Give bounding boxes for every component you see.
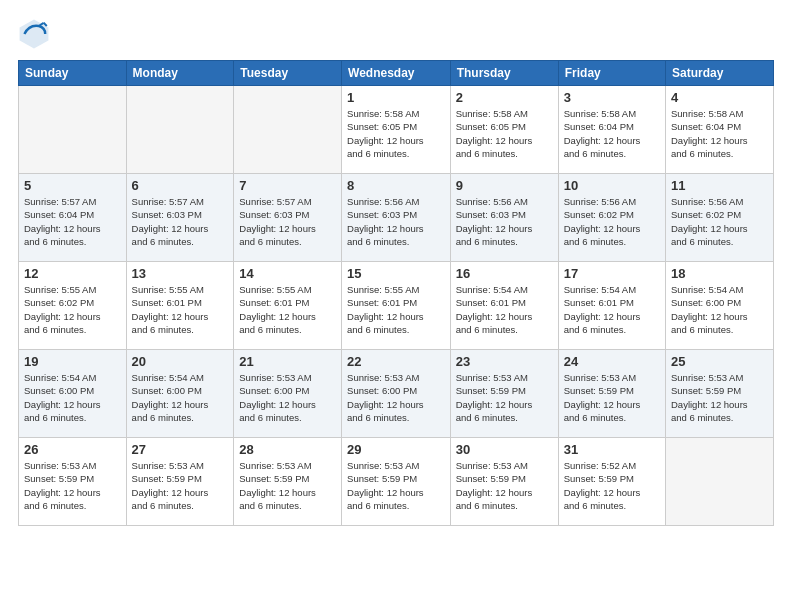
day-info: Sunrise: 5:57 AM Sunset: 6:04 PM Dayligh… (24, 195, 121, 248)
day-number: 21 (239, 354, 336, 369)
day-info: Sunrise: 5:56 AM Sunset: 6:03 PM Dayligh… (347, 195, 445, 248)
day-number: 5 (24, 178, 121, 193)
day-info: Sunrise: 5:54 AM Sunset: 6:01 PM Dayligh… (456, 283, 553, 336)
calendar-day-cell: 2Sunrise: 5:58 AM Sunset: 6:05 PM Daylig… (450, 86, 558, 174)
day-info: Sunrise: 5:58 AM Sunset: 6:04 PM Dayligh… (564, 107, 660, 160)
day-number: 8 (347, 178, 445, 193)
calendar-day-cell: 29Sunrise: 5:53 AM Sunset: 5:59 PM Dayli… (342, 438, 451, 526)
day-info: Sunrise: 5:56 AM Sunset: 6:02 PM Dayligh… (671, 195, 768, 248)
calendar-day-cell (234, 86, 342, 174)
calendar-day-cell: 20Sunrise: 5:54 AM Sunset: 6:00 PM Dayli… (126, 350, 234, 438)
day-number: 14 (239, 266, 336, 281)
calendar-day-cell (666, 438, 774, 526)
day-info: Sunrise: 5:53 AM Sunset: 5:59 PM Dayligh… (456, 459, 553, 512)
day-info: Sunrise: 5:53 AM Sunset: 5:59 PM Dayligh… (671, 371, 768, 424)
calendar-day-cell: 22Sunrise: 5:53 AM Sunset: 6:00 PM Dayli… (342, 350, 451, 438)
day-number: 27 (132, 442, 229, 457)
day-header-friday: Friday (558, 61, 665, 86)
day-info: Sunrise: 5:58 AM Sunset: 6:04 PM Dayligh… (671, 107, 768, 160)
day-info: Sunrise: 5:54 AM Sunset: 6:01 PM Dayligh… (564, 283, 660, 336)
day-number: 23 (456, 354, 553, 369)
day-header-thursday: Thursday (450, 61, 558, 86)
logo-icon (18, 18, 50, 50)
day-number: 4 (671, 90, 768, 105)
calendar-day-cell: 10Sunrise: 5:56 AM Sunset: 6:02 PM Dayli… (558, 174, 665, 262)
day-number: 13 (132, 266, 229, 281)
calendar-day-cell: 21Sunrise: 5:53 AM Sunset: 6:00 PM Dayli… (234, 350, 342, 438)
calendar-day-cell: 1Sunrise: 5:58 AM Sunset: 6:05 PM Daylig… (342, 86, 451, 174)
day-info: Sunrise: 5:53 AM Sunset: 5:59 PM Dayligh… (456, 371, 553, 424)
day-info: Sunrise: 5:53 AM Sunset: 5:59 PM Dayligh… (24, 459, 121, 512)
day-header-tuesday: Tuesday (234, 61, 342, 86)
day-info: Sunrise: 5:53 AM Sunset: 6:00 PM Dayligh… (239, 371, 336, 424)
calendar-day-cell: 5Sunrise: 5:57 AM Sunset: 6:04 PM Daylig… (19, 174, 127, 262)
day-number: 28 (239, 442, 336, 457)
calendar-day-cell: 6Sunrise: 5:57 AM Sunset: 6:03 PM Daylig… (126, 174, 234, 262)
day-info: Sunrise: 5:55 AM Sunset: 6:02 PM Dayligh… (24, 283, 121, 336)
day-number: 10 (564, 178, 660, 193)
calendar-day-cell: 23Sunrise: 5:53 AM Sunset: 5:59 PM Dayli… (450, 350, 558, 438)
calendar-day-cell: 8Sunrise: 5:56 AM Sunset: 6:03 PM Daylig… (342, 174, 451, 262)
calendar-week-row: 19Sunrise: 5:54 AM Sunset: 6:00 PM Dayli… (19, 350, 774, 438)
calendar-day-cell: 18Sunrise: 5:54 AM Sunset: 6:00 PM Dayli… (666, 262, 774, 350)
day-number: 31 (564, 442, 660, 457)
day-number: 29 (347, 442, 445, 457)
day-info: Sunrise: 5:55 AM Sunset: 6:01 PM Dayligh… (239, 283, 336, 336)
day-info: Sunrise: 5:53 AM Sunset: 6:00 PM Dayligh… (347, 371, 445, 424)
calendar-day-cell: 11Sunrise: 5:56 AM Sunset: 6:02 PM Dayli… (666, 174, 774, 262)
calendar-day-cell: 26Sunrise: 5:53 AM Sunset: 5:59 PM Dayli… (19, 438, 127, 526)
calendar-day-cell: 17Sunrise: 5:54 AM Sunset: 6:01 PM Dayli… (558, 262, 665, 350)
day-number: 11 (671, 178, 768, 193)
day-number: 22 (347, 354, 445, 369)
calendar-day-cell: 16Sunrise: 5:54 AM Sunset: 6:01 PM Dayli… (450, 262, 558, 350)
day-number: 7 (239, 178, 336, 193)
day-info: Sunrise: 5:56 AM Sunset: 6:03 PM Dayligh… (456, 195, 553, 248)
day-number: 24 (564, 354, 660, 369)
day-number: 6 (132, 178, 229, 193)
day-number: 1 (347, 90, 445, 105)
calendar-day-cell: 25Sunrise: 5:53 AM Sunset: 5:59 PM Dayli… (666, 350, 774, 438)
day-number: 3 (564, 90, 660, 105)
calendar-week-row: 12Sunrise: 5:55 AM Sunset: 6:02 PM Dayli… (19, 262, 774, 350)
day-number: 16 (456, 266, 553, 281)
calendar-day-cell: 15Sunrise: 5:55 AM Sunset: 6:01 PM Dayli… (342, 262, 451, 350)
calendar-day-cell: 14Sunrise: 5:55 AM Sunset: 6:01 PM Dayli… (234, 262, 342, 350)
day-number: 2 (456, 90, 553, 105)
page: SundayMondayTuesdayWednesdayThursdayFrid… (0, 0, 792, 612)
day-info: Sunrise: 5:54 AM Sunset: 6:00 PM Dayligh… (671, 283, 768, 336)
day-number: 12 (24, 266, 121, 281)
day-info: Sunrise: 5:53 AM Sunset: 5:59 PM Dayligh… (347, 459, 445, 512)
day-info: Sunrise: 5:56 AM Sunset: 6:02 PM Dayligh… (564, 195, 660, 248)
day-info: Sunrise: 5:55 AM Sunset: 6:01 PM Dayligh… (347, 283, 445, 336)
calendar-week-row: 1Sunrise: 5:58 AM Sunset: 6:05 PM Daylig… (19, 86, 774, 174)
day-number: 26 (24, 442, 121, 457)
day-header-monday: Monday (126, 61, 234, 86)
calendar-day-cell: 30Sunrise: 5:53 AM Sunset: 5:59 PM Dayli… (450, 438, 558, 526)
day-number: 17 (564, 266, 660, 281)
day-info: Sunrise: 5:52 AM Sunset: 5:59 PM Dayligh… (564, 459, 660, 512)
calendar-day-cell: 3Sunrise: 5:58 AM Sunset: 6:04 PM Daylig… (558, 86, 665, 174)
day-info: Sunrise: 5:53 AM Sunset: 5:59 PM Dayligh… (132, 459, 229, 512)
day-info: Sunrise: 5:58 AM Sunset: 6:05 PM Dayligh… (456, 107, 553, 160)
day-info: Sunrise: 5:57 AM Sunset: 6:03 PM Dayligh… (132, 195, 229, 248)
calendar-day-cell: 9Sunrise: 5:56 AM Sunset: 6:03 PM Daylig… (450, 174, 558, 262)
day-info: Sunrise: 5:57 AM Sunset: 6:03 PM Dayligh… (239, 195, 336, 248)
day-header-wednesday: Wednesday (342, 61, 451, 86)
calendar-day-cell: 12Sunrise: 5:55 AM Sunset: 6:02 PM Dayli… (19, 262, 127, 350)
day-info: Sunrise: 5:55 AM Sunset: 6:01 PM Dayligh… (132, 283, 229, 336)
calendar-week-row: 5Sunrise: 5:57 AM Sunset: 6:04 PM Daylig… (19, 174, 774, 262)
day-info: Sunrise: 5:58 AM Sunset: 6:05 PM Dayligh… (347, 107, 445, 160)
calendar-day-cell: 28Sunrise: 5:53 AM Sunset: 5:59 PM Dayli… (234, 438, 342, 526)
calendar-week-row: 26Sunrise: 5:53 AM Sunset: 5:59 PM Dayli… (19, 438, 774, 526)
calendar-day-cell: 19Sunrise: 5:54 AM Sunset: 6:00 PM Dayli… (19, 350, 127, 438)
day-info: Sunrise: 5:53 AM Sunset: 5:59 PM Dayligh… (564, 371, 660, 424)
calendar-day-cell (19, 86, 127, 174)
calendar-day-cell: 24Sunrise: 5:53 AM Sunset: 5:59 PM Dayli… (558, 350, 665, 438)
day-number: 19 (24, 354, 121, 369)
calendar-header-row: SundayMondayTuesdayWednesdayThursdayFrid… (19, 61, 774, 86)
calendar-day-cell (126, 86, 234, 174)
day-info: Sunrise: 5:54 AM Sunset: 6:00 PM Dayligh… (24, 371, 121, 424)
day-info: Sunrise: 5:53 AM Sunset: 5:59 PM Dayligh… (239, 459, 336, 512)
day-number: 9 (456, 178, 553, 193)
header (18, 18, 774, 50)
